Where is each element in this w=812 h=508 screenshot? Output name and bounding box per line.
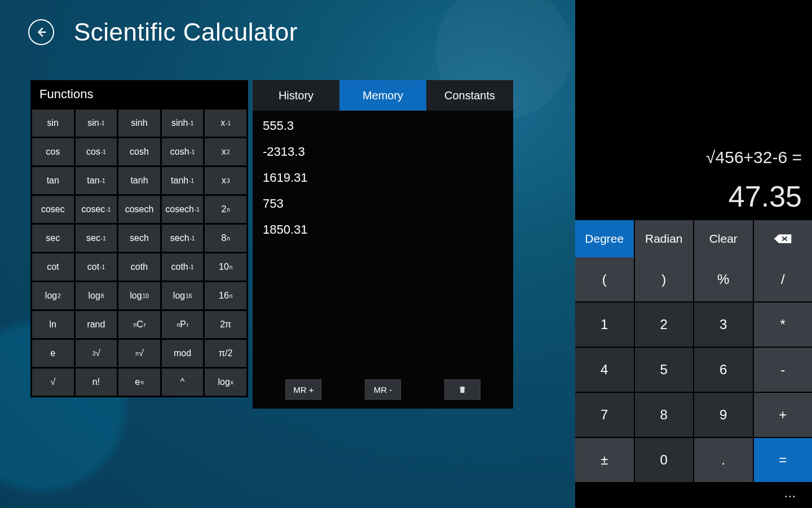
clear-button[interactable]: Clear bbox=[694, 220, 753, 257]
backspace-icon bbox=[773, 233, 792, 245]
key-2[interactable]: 2 bbox=[635, 303, 694, 347]
function-log-button[interactable]: logx bbox=[205, 369, 246, 396]
function-cosh-button[interactable]: cosh-1 bbox=[162, 138, 204, 165]
function-cosh-button[interactable]: cosh bbox=[118, 138, 160, 165]
function-e-button[interactable]: e bbox=[32, 340, 74, 367]
memory-delete-button[interactable] bbox=[444, 379, 480, 400]
functions-panel: Functions sinsin-1sinhsinh-1x-1coscos-1c… bbox=[30, 80, 248, 397]
function-coth-button[interactable]: coth-1 bbox=[162, 253, 204, 281]
function-tan-button[interactable]: tan-1 bbox=[76, 167, 117, 194]
key-5[interactable]: 5 bbox=[635, 348, 694, 392]
memory-panel: HistoryMemoryConstants 555.3-2313.31619.… bbox=[253, 80, 513, 409]
result-text: 47.35 bbox=[729, 179, 802, 213]
memory-item[interactable]: 753 bbox=[263, 196, 503, 211]
function-2-button[interactable]: 2π bbox=[205, 311, 246, 338]
more-button[interactable]: … bbox=[575, 482, 812, 505]
key-minus[interactable]: - bbox=[754, 348, 813, 392]
function-mod-button[interactable]: mod bbox=[162, 340, 204, 367]
function--button[interactable]: 3√ bbox=[76, 340, 117, 367]
key-percent[interactable]: % bbox=[694, 257, 753, 301]
tab-memory[interactable]: Memory bbox=[339, 80, 426, 111]
function-sinh-button[interactable]: sinh-1 bbox=[162, 110, 204, 137]
backspace-button[interactable] bbox=[754, 220, 813, 257]
function-cos-button[interactable]: cos-1 bbox=[76, 138, 117, 165]
memory-item[interactable]: 1850.31 bbox=[263, 222, 503, 237]
function--button[interactable]: √ bbox=[32, 369, 74, 396]
keypad-panel: √456+32-6 = 47.35 Degree Radian Clear ()… bbox=[575, 0, 812, 508]
key-0[interactable]: 0 bbox=[635, 438, 694, 482]
function-sech-button[interactable]: sech-1 bbox=[162, 225, 204, 252]
key-6[interactable]: 6 bbox=[694, 348, 753, 392]
key-divide[interactable]: / bbox=[754, 257, 813, 301]
function-tanh-button[interactable]: tanh bbox=[118, 167, 160, 194]
memory-item[interactable]: 1619.31 bbox=[263, 170, 503, 185]
key-9[interactable]: 9 bbox=[694, 393, 753, 437]
key-3[interactable]: 3 bbox=[694, 303, 753, 347]
key-plusminus[interactable]: ± bbox=[575, 438, 634, 482]
function-cos-button[interactable]: cos bbox=[32, 138, 74, 165]
key-4[interactable]: 4 bbox=[575, 348, 634, 392]
key-8[interactable]: 8 bbox=[635, 393, 694, 437]
function-coth-button[interactable]: coth bbox=[118, 253, 160, 281]
degree-mode-button[interactable]: Degree bbox=[575, 220, 634, 257]
function-sech-button[interactable]: sech bbox=[118, 225, 160, 252]
key-decimal[interactable]: . bbox=[694, 438, 753, 482]
more-icon: … bbox=[784, 486, 797, 501]
function-2-button[interactable]: π/2 bbox=[205, 340, 246, 367]
function-e-button[interactable]: en bbox=[118, 369, 160, 396]
memory-recall-plus-button[interactable]: MR + bbox=[285, 379, 321, 400]
key-rparen[interactable]: ) bbox=[635, 257, 694, 301]
function-ln-button[interactable]: ln bbox=[32, 311, 74, 338]
function-cosech-button[interactable]: cosech-1 bbox=[162, 196, 204, 223]
function-2-button[interactable]: 2n bbox=[205, 196, 246, 223]
function-16-button[interactable]: 16n bbox=[205, 282, 246, 309]
function-tan-button[interactable]: tan bbox=[32, 167, 74, 194]
function-n-button[interactable]: n! bbox=[76, 369, 117, 396]
function--button[interactable]: n√ bbox=[118, 340, 160, 367]
memory-item[interactable]: -2313.3 bbox=[263, 144, 503, 159]
function-log-button[interactable]: log8 bbox=[76, 282, 117, 309]
function-10-button[interactable]: 10n bbox=[205, 253, 246, 281]
function-cosec-button[interactable]: cosec-1 bbox=[76, 196, 117, 223]
function-sec-button[interactable]: sec-1 bbox=[76, 225, 117, 252]
tab-history[interactable]: History bbox=[253, 80, 339, 111]
function-log-button[interactable]: log2 bbox=[32, 282, 74, 309]
page-title: Scientific Calculator bbox=[74, 18, 298, 46]
function-c-button[interactable]: nCr bbox=[118, 311, 160, 338]
function-cot-button[interactable]: cot bbox=[32, 253, 74, 281]
tab-constants[interactable]: Constants bbox=[426, 80, 513, 111]
function-sin-button[interactable]: sin bbox=[32, 110, 74, 137]
function-cot-button[interactable]: cot-1 bbox=[76, 253, 117, 281]
function-sec-button[interactable]: sec bbox=[32, 225, 74, 252]
function-log-button[interactable]: log10 bbox=[118, 282, 160, 309]
function-x-button[interactable]: x-1 bbox=[205, 110, 246, 137]
function-log-button[interactable]: log16 bbox=[162, 282, 204, 309]
key-equals[interactable]: = bbox=[754, 438, 813, 482]
function-tanh-button[interactable]: tanh-1 bbox=[162, 167, 204, 194]
trash-icon bbox=[458, 385, 467, 394]
function-x-button[interactable]: x3 bbox=[205, 167, 246, 194]
key-multiply[interactable]: * bbox=[754, 303, 813, 347]
expression-text: √456+32-6 = bbox=[706, 148, 802, 167]
function-sinh-button[interactable]: sinh bbox=[118, 110, 160, 137]
memory-recall-minus-button[interactable]: MR - bbox=[365, 379, 401, 400]
function-cosec-button[interactable]: cosec bbox=[32, 196, 74, 223]
function-p-button[interactable]: nPr bbox=[162, 311, 204, 338]
function-cosech-button[interactable]: cosech bbox=[118, 196, 160, 223]
function-rand-button[interactable]: rand bbox=[76, 311, 117, 338]
function-x-button[interactable]: x2 bbox=[205, 138, 246, 165]
back-button[interactable] bbox=[28, 19, 54, 45]
key-lparen[interactable]: ( bbox=[575, 257, 634, 301]
key-plus[interactable]: + bbox=[754, 393, 813, 437]
functions-title: Functions bbox=[30, 80, 248, 110]
function-8-button[interactable]: 8n bbox=[205, 225, 246, 252]
function--button[interactable]: ^ bbox=[162, 369, 204, 396]
radian-mode-button[interactable]: Radian bbox=[635, 220, 694, 257]
key-7[interactable]: 7 bbox=[575, 393, 634, 437]
arrow-left-icon bbox=[35, 26, 47, 38]
function-sin-button[interactable]: sin-1 bbox=[76, 110, 117, 137]
key-1[interactable]: 1 bbox=[575, 303, 634, 347]
display: √456+32-6 = 47.35 bbox=[575, 0, 812, 220]
memory-item[interactable]: 555.3 bbox=[263, 119, 503, 133]
